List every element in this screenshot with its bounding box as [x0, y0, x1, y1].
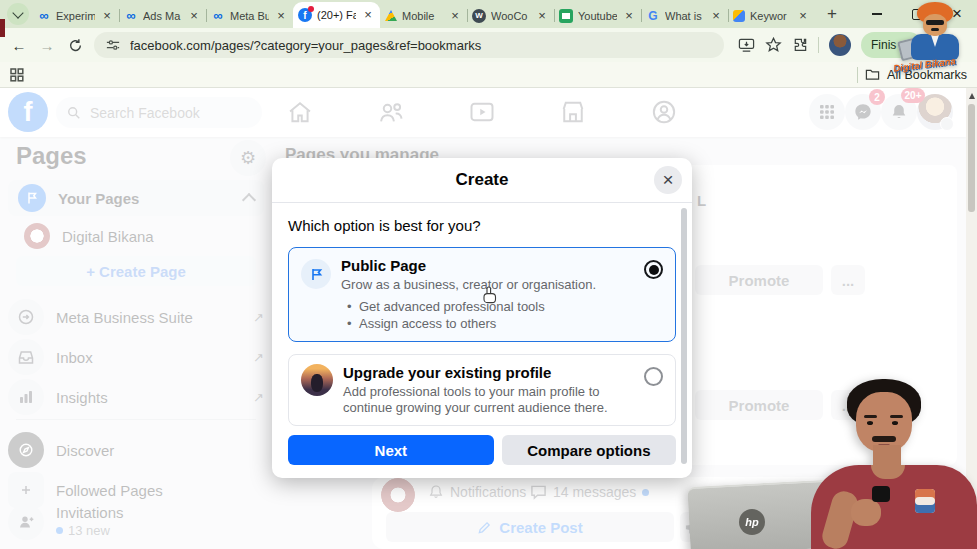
- bullet-item: Assign access to others: [347, 315, 634, 332]
- tab-mobile[interactable]: Mobile: [380, 3, 467, 28]
- option-title: Upgrade your existing profile: [343, 364, 634, 381]
- dialog-actions: Next Compare options: [288, 435, 676, 465]
- close-icon[interactable]: [274, 9, 288, 23]
- profile-photo: [301, 364, 333, 396]
- site-settings-icon: [106, 38, 120, 52]
- mascot-mustache: [931, 28, 939, 31]
- laptop-logo: hp: [739, 509, 765, 535]
- radio-selected[interactable]: [644, 260, 663, 279]
- mascot-sunglasses: [926, 20, 944, 25]
- radio-unselected[interactable]: [644, 367, 663, 386]
- close-icon[interactable]: [622, 9, 636, 23]
- mascot-face: [923, 14, 947, 36]
- meta-icon: [211, 9, 225, 23]
- bookmarks-divider: [857, 67, 858, 83]
- person-face: [856, 392, 912, 452]
- clip-microphone: [872, 486, 890, 502]
- tab-label: Youtube: [578, 10, 617, 22]
- google-drive-icon: [385, 10, 397, 21]
- reload-icon: [68, 38, 83, 53]
- tab-meta-business[interactable]: Meta Bu: [206, 3, 293, 28]
- google-ads-icon: [733, 10, 745, 22]
- compare-options-button[interactable]: Compare options: [502, 435, 676, 465]
- tab-label: WooCo: [491, 10, 530, 22]
- webcam-overlay: hp: [677, 379, 977, 549]
- person-eye: [892, 421, 898, 425]
- option-upgrade-profile[interactable]: Upgrade your existing profile Add profes…: [288, 354, 676, 426]
- next-button[interactable]: Next: [288, 435, 494, 465]
- tab-what-is[interactable]: What is: [641, 3, 728, 28]
- dialog-header: Create: [272, 158, 692, 203]
- tab-label: Keywor: [750, 10, 791, 22]
- forward-button[interactable]: [34, 32, 60, 58]
- tab-woocommerce[interactable]: WooCo: [467, 3, 554, 28]
- browser-window: Experim Ads Ma Meta Bu (20+) Fa Mobile W…: [0, 0, 977, 549]
- chevron-down-icon: [12, 7, 23, 18]
- tab-label: What is: [665, 10, 704, 22]
- tab-keyword[interactable]: Keywor: [728, 3, 815, 28]
- tab-strip: Experim Ads Ma Meta Bu (20+) Fa Mobile W…: [0, 0, 977, 28]
- meta-icon: [37, 9, 51, 23]
- option-description: Add professional tools to your main prof…: [343, 384, 634, 416]
- scrollbar-thumb[interactable]: [968, 104, 975, 212]
- dialog-title: Create: [456, 170, 509, 190]
- close-icon[interactable]: [361, 8, 375, 22]
- option-content: Upgrade your existing profile Add profes…: [343, 364, 634, 416]
- close-icon[interactable]: [448, 9, 462, 23]
- person-hand: [851, 499, 881, 526]
- reload-button[interactable]: [62, 32, 88, 58]
- browser-toolbar: Finis: [0, 28, 977, 62]
- person-mustache: [872, 436, 896, 442]
- close-icon[interactable]: [535, 9, 549, 23]
- dialog-body: Which option is best for you? Public Pag…: [272, 203, 692, 426]
- tab-label: Meta Bu: [230, 10, 269, 22]
- channel-mascot: Digital Bikana: [893, 2, 975, 80]
- extensions-icon[interactable]: [792, 37, 808, 53]
- bookmark-star-icon[interactable]: [765, 37, 782, 53]
- minimize-icon: [872, 13, 882, 15]
- close-icon[interactable]: [796, 9, 810, 23]
- shirt-logo: [915, 489, 935, 513]
- facebook-icon: [298, 8, 312, 22]
- close-icon[interactable]: [187, 9, 201, 23]
- bookmarks-bar: All Bookmarks: [0, 62, 977, 88]
- back-button[interactable]: [6, 32, 32, 58]
- tab-label: Mobile: [402, 10, 443, 22]
- person-eyebrow: [864, 415, 877, 418]
- new-tab-button[interactable]: [819, 1, 845, 27]
- folder-icon: [865, 68, 880, 81]
- tab-facebook-pages[interactable]: (20+) Fa: [293, 2, 380, 28]
- tab-label: Experim: [56, 10, 95, 22]
- close-dialog-button[interactable]: [654, 166, 682, 194]
- dialog-question: Which option is best for you?: [288, 217, 676, 234]
- apps-grid-icon[interactable]: [10, 68, 24, 82]
- hand-cursor: [481, 286, 498, 305]
- scroll-up-arrow-icon[interactable]: [969, 93, 975, 99]
- flag-icon: [301, 259, 331, 289]
- sheet-icon: [559, 9, 573, 23]
- wordpress-icon: [472, 9, 486, 23]
- tab-youtube[interactable]: Youtube: [554, 3, 641, 28]
- browser-profile-avatar[interactable]: [829, 34, 851, 56]
- tab-ads-manager[interactable]: Ads Ma: [119, 3, 206, 28]
- tab-experiments[interactable]: Experim: [32, 3, 119, 28]
- person-eye: [867, 421, 873, 425]
- create-dialog: Create Which option is best for you? Pub…: [272, 158, 692, 478]
- option-title: Public Page: [341, 257, 634, 274]
- tab-search-button[interactable]: [7, 3, 29, 25]
- tab-label: Ads Ma: [143, 10, 182, 22]
- close-icon[interactable]: [100, 9, 114, 23]
- toolbar-divider: [818, 37, 819, 53]
- minimize-button[interactable]: [857, 0, 897, 28]
- install-icon[interactable]: [738, 37, 755, 53]
- person-eyebrow: [890, 415, 903, 418]
- screen-edge-artifact: [0, 19, 5, 37]
- url-input[interactable]: [128, 37, 712, 54]
- url-bar[interactable]: [94, 32, 724, 58]
- tab-label: (20+) Fa: [317, 9, 356, 21]
- google-icon: [646, 9, 660, 23]
- close-icon[interactable]: [709, 9, 723, 23]
- meta-icon: [124, 9, 138, 23]
